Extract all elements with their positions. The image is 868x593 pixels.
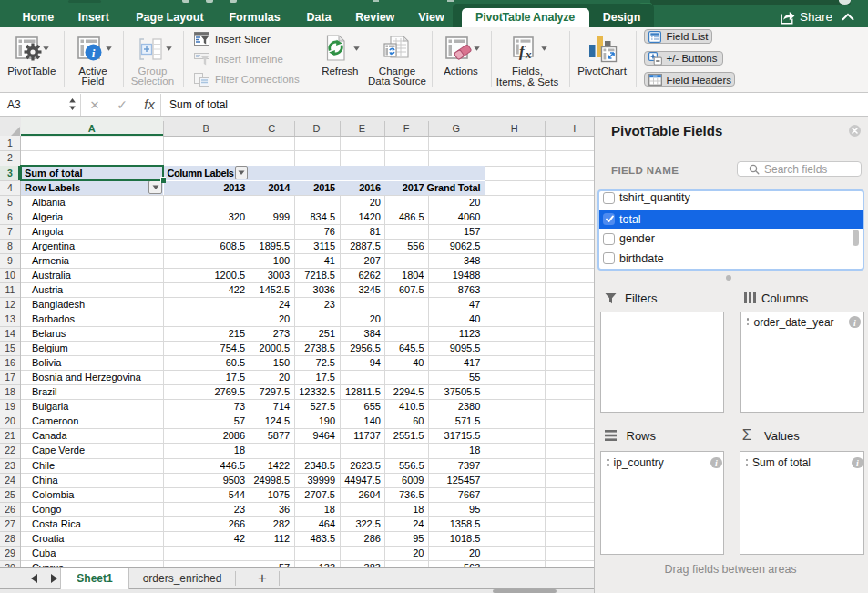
svg-text:x: x: [525, 47, 532, 60]
svg-text:i: i: [92, 46, 96, 60]
